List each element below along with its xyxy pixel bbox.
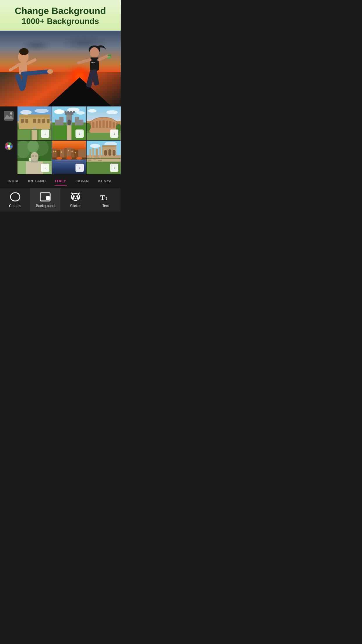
grid-item-palace[interactable]: ↓ bbox=[17, 106, 52, 140]
svg-rect-59 bbox=[55, 120, 63, 125]
svg-rect-90 bbox=[26, 162, 43, 174]
svg-rect-128 bbox=[108, 149, 111, 156]
svg-point-24 bbox=[9, 143, 11, 145]
svg-rect-107 bbox=[68, 150, 69, 151]
sticker-icon-wrap bbox=[70, 192, 81, 202]
svg-text:ARK: ARK bbox=[91, 62, 95, 64]
svg-rect-101 bbox=[71, 149, 75, 158]
svg-line-5 bbox=[10, 64, 20, 70]
svg-rect-105 bbox=[55, 151, 56, 152]
svg-rect-17 bbox=[108, 55, 111, 56]
svg-line-145 bbox=[77, 197, 80, 198]
svg-point-119 bbox=[90, 144, 100, 148]
tab-ireland[interactable]: IRELAND bbox=[23, 176, 50, 186]
tab-japan[interactable]: JAPAN bbox=[71, 176, 94, 186]
svg-point-27 bbox=[5, 146, 8, 148]
svg-point-64 bbox=[88, 109, 96, 113]
gallery-icon[interactable] bbox=[2, 109, 15, 122]
svg-point-47 bbox=[54, 109, 64, 114]
svg-rect-75 bbox=[113, 122, 115, 128]
toolbar-text[interactable]: T t Text bbox=[91, 188, 121, 211]
download-colosseum[interactable]: ↓ bbox=[110, 130, 118, 138]
svg-rect-55 bbox=[73, 111, 75, 113]
country-tabs: INDIAIRELANDITALYJAPANKENYA bbox=[0, 174, 121, 188]
svg-point-25 bbox=[10, 146, 12, 148]
svg-rect-137 bbox=[46, 196, 50, 200]
download-statue-garden[interactable]: ↓ bbox=[41, 164, 49, 172]
app-subtitle: 1000+ Backgrounds bbox=[5, 17, 116, 26]
bottom-toolbar: Cutouts Background bbox=[0, 188, 121, 211]
svg-point-141 bbox=[73, 195, 75, 197]
grid-item-statue-garden[interactable]: ↓ bbox=[17, 141, 52, 174]
svg-point-88 bbox=[27, 141, 39, 153]
svg-rect-135 bbox=[10, 193, 20, 201]
svg-rect-38 bbox=[42, 119, 45, 123]
svg-rect-103 bbox=[78, 149, 86, 158]
svg-point-31 bbox=[34, 109, 49, 113]
svg-rect-73 bbox=[106, 121, 108, 128]
svg-rect-98 bbox=[60, 149, 65, 158]
svg-rect-54 bbox=[70, 111, 72, 113]
cutouts-label: Cutouts bbox=[9, 204, 21, 208]
grid-item-castle[interactable]: ↓ bbox=[52, 106, 86, 140]
svg-rect-45 bbox=[32, 130, 37, 140]
svg-rect-131 bbox=[87, 159, 121, 162]
svg-rect-96 bbox=[52, 149, 57, 158]
person-left bbox=[6, 42, 55, 101]
svg-rect-106 bbox=[61, 151, 62, 153]
svg-rect-71 bbox=[99, 120, 101, 128]
svg-rect-102 bbox=[74, 150, 79, 158]
grid-item-ruins[interactable]: ↓ bbox=[87, 141, 121, 174]
svg-rect-56 bbox=[67, 120, 71, 125]
download-bridge-sunset[interactable]: ↓ bbox=[75, 164, 84, 172]
svg-rect-34 bbox=[21, 119, 24, 123]
svg-rect-18 bbox=[108, 57, 111, 59]
svg-line-16 bbox=[99, 55, 109, 60]
svg-rect-19 bbox=[4, 111, 13, 120]
svg-rect-69 bbox=[92, 122, 95, 128]
svg-point-49 bbox=[76, 111, 85, 115]
svg-rect-116 bbox=[58, 162, 80, 162]
svg-point-26 bbox=[8, 147, 10, 150]
svg-point-93 bbox=[32, 155, 34, 157]
svg-rect-115 bbox=[55, 160, 83, 161]
tab-kenya[interactable]: KENYA bbox=[94, 176, 117, 186]
download-palace[interactable]: ↓ bbox=[41, 130, 49, 138]
download-ruins[interactable]: ↓ bbox=[110, 164, 118, 172]
svg-rect-37 bbox=[38, 119, 41, 123]
palette-icon[interactable] bbox=[2, 140, 15, 153]
svg-line-144 bbox=[71, 198, 74, 199]
tab-italy[interactable]: ITALY bbox=[50, 176, 71, 186]
svg-rect-108 bbox=[71, 151, 73, 152]
svg-line-15 bbox=[78, 60, 90, 63]
svg-point-21 bbox=[10, 112, 12, 115]
svg-point-8 bbox=[47, 69, 53, 74]
svg-rect-133 bbox=[94, 159, 96, 160]
toolbar-background[interactable]: Background bbox=[30, 188, 61, 211]
svg-point-1 bbox=[19, 48, 29, 55]
svg-rect-100 bbox=[67, 148, 71, 158]
svg-point-142 bbox=[76, 195, 78, 197]
download-castle[interactable]: ↓ bbox=[75, 130, 84, 138]
tab-india[interactable]: INDIA bbox=[3, 176, 23, 186]
grid-item-colosseum[interactable]: ↓ bbox=[87, 106, 121, 140]
svg-rect-112 bbox=[66, 156, 72, 160]
svg-rect-74 bbox=[109, 121, 112, 128]
toolbar-cutouts[interactable]: Cutouts bbox=[0, 188, 30, 211]
svg-text:t: t bbox=[106, 196, 107, 201]
svg-rect-104 bbox=[53, 151, 55, 152]
svg-text:T: T bbox=[100, 194, 105, 201]
svg-marker-147 bbox=[75, 198, 76, 199]
svg-rect-123 bbox=[96, 149, 98, 158]
svg-rect-72 bbox=[103, 120, 105, 128]
grid-item-bridge-sunset[interactable]: ↓ bbox=[52, 141, 86, 174]
main-content: ↓ bbox=[0, 106, 121, 174]
svg-rect-117 bbox=[61, 164, 78, 164]
svg-line-146 bbox=[77, 198, 80, 199]
background-icon bbox=[39, 192, 51, 202]
toolbar-sticker[interactable]: Sticker bbox=[60, 188, 91, 211]
svg-rect-111 bbox=[56, 157, 62, 160]
svg-rect-97 bbox=[57, 150, 61, 158]
svg-rect-53 bbox=[67, 111, 69, 113]
svg-point-10 bbox=[90, 47, 99, 58]
